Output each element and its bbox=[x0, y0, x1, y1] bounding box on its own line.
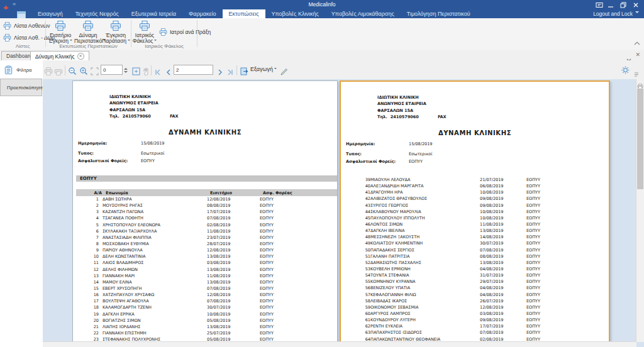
vertical-scrollbar-thumb[interactable] bbox=[637, 89, 643, 189]
report-cell: 42 bbox=[343, 196, 370, 201]
print-ticket-approval-button[interactable]: Εισιτήριο Έγκριση bbox=[47, 19, 74, 45]
report-cell: ΔΕΛΗ ΚΩΝΣΤΑΝΤΙΝΙΑ bbox=[103, 254, 146, 259]
report-cell: ΜΑΜΟΥ ΕΛΙΝΑ bbox=[103, 280, 132, 285]
report-cell: ΕΟΠΥΥ bbox=[260, 292, 274, 297]
report-meta-type: Τυπος:Εσωτερικοί bbox=[346, 151, 609, 157]
first-page-icon[interactable] bbox=[155, 67, 162, 78]
report-cell: 63 bbox=[343, 330, 370, 335]
zoom-in-icon[interactable] bbox=[79, 67, 88, 78]
report-row: 59ΟΙΚΟΝΟΜΟΥ ΣΕΒΑΣΜΙΑ12/08/2019ΕΟΠΥΥ bbox=[341, 304, 609, 311]
page-number-input[interactable] bbox=[174, 65, 213, 75]
report-row: 10ΔΕΛΗ ΚΩΝΣΤΑΝΤΙΝΙΑ13/08/2019ΕΟΠΥΥ bbox=[73, 253, 337, 260]
close-document-icon[interactable]: ✕ bbox=[635, 52, 640, 58]
zoom-value-input[interactable] bbox=[101, 65, 123, 75]
report-cell: ΑΛΕΞΑΝΔΡΙΔΗ ΜΑΡΓΑΡΙΤΑ bbox=[370, 184, 423, 189]
printer-icon bbox=[131, 21, 158, 32]
quick-print-icon[interactable] bbox=[54, 67, 63, 78]
report-cell: ΛΟΝΤΟΣ ΣΙΜΩΝ bbox=[370, 222, 402, 227]
sidebar-item-preview[interactable]: Προεπισκόπηση bbox=[0, 79, 42, 96]
report-row: 17ΒΟΥΛΤΕΨΗ ΑΓΑΘΟΥΛΑ07/08/2019ΕΟΠΥΥ bbox=[73, 298, 337, 304]
report-row: 47ΔΑΓΚΛΗ ΙΒΕΛΙΝΑ13/08/2019ΕΟΠΥΥ bbox=[341, 228, 609, 234]
menu-tab-timologisi-peristatikou[interactable]: Τιμολόγηση Περιστατικού bbox=[401, 9, 477, 18]
print-extension-approval-button[interactable]: Έγκριση Παράταση bbox=[102, 19, 130, 45]
vertical-scrollbar[interactable] bbox=[636, 79, 644, 342]
edit-pencil-icon[interactable] bbox=[280, 67, 288, 78]
report-cell: 59 bbox=[343, 305, 370, 310]
report-page-2-selected[interactable]: ΙΔΙΩΤΙΚΗ ΚΛΙΝΙΚΗ ΑΝΩΝΥΜΟΣ ΕΤΑΙΡΕΙΑ ΦΑΡΣΑ… bbox=[340, 80, 610, 344]
gear-icon[interactable] bbox=[621, 65, 630, 77]
fit-page-icon[interactable] bbox=[132, 67, 140, 78]
zoom-percent-icon[interactable] bbox=[91, 67, 99, 78]
hand-tool-icon[interactable] bbox=[142, 67, 150, 78]
report-cell: ΔΑΓΚΛΗ ΕΡΡΙΚΑ bbox=[103, 312, 135, 317]
report-row: 58ΛΕΙΒΑΔΑΣ ΙΚΑΡΟΣ26/07/2019ΕΟΠΥΥ bbox=[341, 298, 609, 304]
report-cell: ΕΟΠΥΥ bbox=[526, 203, 540, 208]
previous-page-icon[interactable] bbox=[165, 67, 172, 78]
toolbar-overflow-icon[interactable] bbox=[634, 68, 639, 79]
menu-tab-ypovoles-aimokatharsis[interactable]: Υποβολές Αιμοκάθαρσης bbox=[325, 9, 401, 18]
report-cell: ΕΟΠΥΥ bbox=[526, 330, 540, 335]
report-row: 1ΔΑΒΗ ΣΩΤΗΡΑ12/08/2019ΕΟΠΥΥ bbox=[73, 196, 337, 202]
print-clinic-capacity-button[interactable]: Δύναμη Περιστατικό bbox=[74, 19, 102, 45]
menu-tab-exoterika-iatreia[interactable]: Εξωτερικά Ιατρεία bbox=[125, 9, 182, 18]
report-cell: 13/08/2019 bbox=[207, 324, 230, 329]
report-cell: 17/07/2019 bbox=[207, 209, 230, 214]
menu-tab-eisagogi[interactable]: Εισαγωγή bbox=[31, 9, 69, 18]
collapse-ribbon-icon[interactable] bbox=[634, 36, 640, 48]
menu-tab-ypovoles-klinikis[interactable]: Υποβολές Κλινικής bbox=[265, 9, 325, 18]
toolbar-separator bbox=[151, 65, 152, 75]
restore-button[interactable] bbox=[618, 0, 629, 9]
report-cell: 04/08/2019 bbox=[480, 267, 503, 272]
menu-tab-texnitos-nefros[interactable]: Τεχνητός Νεφρός bbox=[69, 9, 125, 18]
print-medical-record-button[interactable]: Ιατρικός Φάκελος bbox=[131, 19, 158, 45]
report-cell: 45 bbox=[343, 216, 370, 221]
report-cell: 03/08/2019 bbox=[207, 260, 230, 265]
export-icon[interactable] bbox=[240, 67, 248, 78]
report-cell: 51 bbox=[343, 254, 370, 259]
report-row: 12ΔΕΛΗΣ ΦΙΛΗΜΩΝ13/08/2019ΕΟΠΥΥ bbox=[73, 267, 337, 273]
ribbon-options-icon[interactable] bbox=[594, 0, 605, 9]
report-row: 51ΓΑΛΑΝΗ ΠΑΤΡΙΤΣΙΑ08/08/2019ΕΟΠΥΥ bbox=[341, 253, 609, 260]
report-cell: 30/07/2019 bbox=[480, 241, 503, 246]
report-row: 62ΡΕΝΤΗ ΕΥΚΛΕΙΑ17/07/2019ΕΟΠΥΥ bbox=[341, 323, 609, 329]
print-patient-list-button[interactable]: Λίστα Ασθενών bbox=[3, 22, 50, 30]
close-button[interactable] bbox=[630, 0, 641, 9]
report-cell: ΚΟΜΝΗΝΟΥ ΚΥΡΑΝΝΑ bbox=[370, 279, 416, 284]
report-cell: ΕΟΠΥΥ bbox=[260, 197, 274, 202]
report-cell: 5 bbox=[75, 223, 99, 228]
toolbar-separator bbox=[236, 65, 237, 75]
report-cell: 17 bbox=[75, 299, 99, 304]
printer-mini-icon[interactable] bbox=[637, 80, 643, 92]
sidebar-item-filters[interactable]: Φίλτρα bbox=[0, 61, 42, 79]
report-cell: 49 bbox=[343, 241, 370, 246]
last-page-icon[interactable] bbox=[226, 67, 233, 78]
print-doctors-per-procedure-button[interactable]: Ιατροί ανά Πράξη bbox=[159, 28, 211, 36]
report-cell: 1 bbox=[75, 197, 99, 202]
menu-tab-ektyposeis[interactable]: Εκτυπώσεις bbox=[223, 9, 265, 18]
report-cell: 13/08/2019 bbox=[480, 260, 503, 265]
print-icon[interactable] bbox=[44, 67, 53, 78]
report-row: 11ΛΑΙΟΣ ΒΛΑΔΙΜΗΡΟΣ03/08/2019ΕΟΠΥΥ bbox=[73, 260, 337, 266]
printer-icon bbox=[74, 21, 102, 32]
horizontal-scrollbar[interactable] bbox=[43, 341, 636, 347]
section-header: ΕΟΠΥΥ bbox=[76, 175, 337, 182]
next-page-icon[interactable] bbox=[217, 67, 223, 78]
report-cell: ΕΟΠΥΥ bbox=[526, 209, 540, 214]
report-cell: ΕΟΠΥΥ bbox=[526, 299, 540, 304]
report-cell: ΟΙΚΟΝΟΜΟΥ ΣΕΒΑΣΜΙΑ bbox=[370, 305, 418, 310]
report-cell: 10/08/2019 bbox=[480, 216, 503, 221]
report-cell: ΕΟΠΥΥ bbox=[526, 324, 540, 329]
zoom-spinner[interactable] bbox=[123, 65, 128, 75]
report-cell: 6 bbox=[75, 229, 99, 234]
zoom-out-icon[interactable] bbox=[68, 67, 77, 78]
button-label: Ιατροί ανά Πράξη bbox=[170, 29, 211, 35]
report-cell: ΕΟΠΥΥ bbox=[260, 331, 274, 336]
chevron-down-icon bbox=[635, 11, 639, 15]
report-cell: 19 bbox=[75, 312, 99, 317]
close-tab-icon[interactable]: ✕ bbox=[77, 53, 84, 60]
minimize-button[interactable] bbox=[605, 0, 616, 9]
export-button[interactable]: Εξαγωγή bbox=[250, 66, 277, 72]
logout-and-lock-button[interactable]: Logout and Lock bbox=[593, 9, 639, 18]
menu-tab-farmakeio[interactable]: Φαρμακείο bbox=[182, 9, 222, 18]
report-row: 13ΓΙΑΝΝΑΚΗ ΜΑΡΙ11/08/2019ΕΟΠΥΥ bbox=[73, 273, 337, 279]
